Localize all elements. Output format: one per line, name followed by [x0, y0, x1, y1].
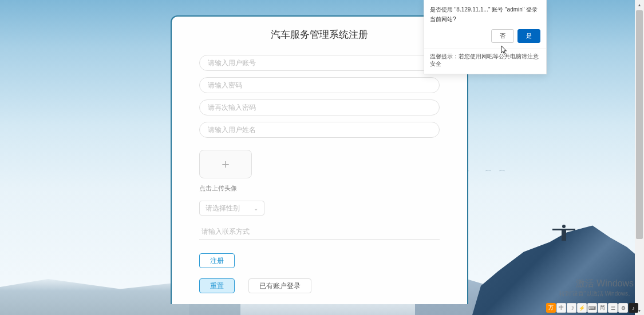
- reset-button[interactable]: 重置: [199, 278, 235, 293]
- tray-power-icon[interactable]: ⚡: [577, 303, 587, 313]
- tray-menu-icon[interactable]: ☰: [608, 303, 618, 313]
- watermark-line2: 转到"设置"以激活 Windows。: [559, 290, 634, 298]
- gender-placeholder: 请选择性别: [206, 204, 240, 213]
- gender-select[interactable]: 请选择性别 ⌄: [199, 201, 264, 216]
- tray-gear-icon[interactable]: ⚙: [618, 303, 628, 313]
- autofill-prompt-dialog: 是否使用 "8.129.11.1..." 账号 "admin" 登录 当前网站?…: [424, 0, 547, 74]
- contact-input[interactable]: [199, 224, 440, 240]
- tray-ime-icon[interactable]: 万: [546, 303, 556, 313]
- system-tray: 万 中 ☽ ⚡ ⌨ 简 ☰ ⚙ ♪: [546, 303, 638, 313]
- login-link-button[interactable]: 已有账户登录: [248, 278, 311, 293]
- bg-mountain-right: [472, 218, 644, 315]
- tray-keyboard-icon[interactable]: ⌨: [587, 303, 597, 313]
- windows-activation-watermark: 激活 Windows 转到"设置"以激活 Windows。: [559, 278, 634, 298]
- tray-moon-icon[interactable]: ☽: [567, 303, 576, 313]
- username-input[interactable]: [199, 55, 440, 71]
- register-button[interactable]: 注册: [199, 253, 235, 268]
- chevron-down-icon: ⌄: [254, 205, 258, 212]
- bg-person-figure: [552, 218, 575, 241]
- prompt-line1: 是否使用 "8.129.11.1..." 账号 "admin" 登录: [430, 6, 540, 14]
- tray-music-icon[interactable]: ♪: [629, 303, 638, 313]
- avatar-upload-box[interactable]: ＋: [199, 150, 252, 178]
- avatar-upload-hint: 点击上传头像: [199, 184, 440, 193]
- password-confirm-input[interactable]: [199, 99, 440, 115]
- prompt-line2: 当前网站?: [430, 15, 540, 23]
- autofill-no-button[interactable]: 否: [491, 29, 514, 43]
- scrollbar-track[interactable]: ▴ ▾: [635, 0, 644, 315]
- watermark-line1: 激活 Windows: [559, 278, 634, 290]
- plus-icon: ＋: [219, 155, 232, 173]
- autofill-yes-button[interactable]: 是: [517, 29, 540, 43]
- form-title: 汽车服务管理系统注册: [199, 28, 440, 41]
- scrollbar-thumb[interactable]: [636, 10, 643, 239]
- prompt-divider: [424, 49, 546, 49]
- tray-lang-icon[interactable]: 中: [556, 303, 566, 313]
- prompt-tip: 温馨提示：若您使用网吧等公共电脑请注意安全: [430, 53, 540, 68]
- tray-simplified-icon[interactable]: 简: [598, 303, 607, 313]
- password-input[interactable]: [199, 77, 440, 93]
- scrollbar-up-arrow-icon[interactable]: ▴: [635, 0, 644, 9]
- nickname-input[interactable]: [199, 122, 440, 138]
